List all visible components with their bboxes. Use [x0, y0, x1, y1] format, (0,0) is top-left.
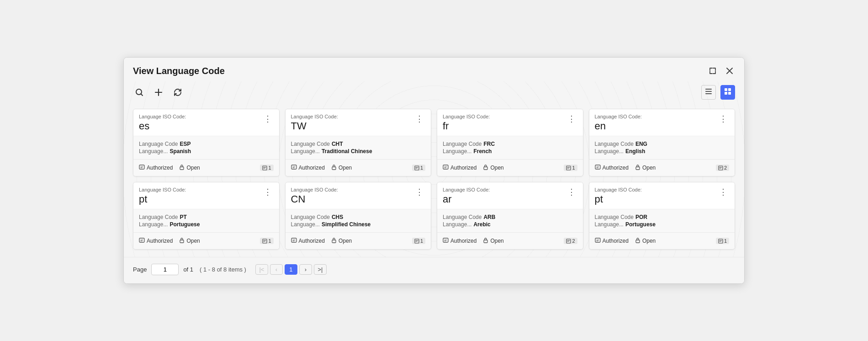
more-button-0[interactable]: ⋮	[262, 114, 274, 124]
more-button-7[interactable]: ⋮	[717, 187, 729, 197]
open-button-5[interactable]: Open	[331, 236, 355, 245]
lock-icon-5	[331, 237, 337, 245]
more-button-4[interactable]: ⋮	[262, 187, 274, 197]
open-button-3[interactable]: Open	[635, 163, 659, 172]
open-button-6[interactable]: Open	[483, 236, 507, 245]
prev-page-button[interactable]: ‹	[270, 264, 283, 275]
last-page-button[interactable]: >|	[314, 264, 327, 275]
card-header-left-7: Language ISO Code: pt	[595, 187, 642, 205]
page-1-button[interactable]: 1	[285, 264, 297, 275]
card-name-label-3: Language...	[595, 148, 624, 155]
page-label: Page	[133, 266, 147, 273]
grid-view-button[interactable]	[720, 85, 735, 100]
lock-icon-7	[635, 237, 640, 245]
card-name-value-5: Simplified Chinese	[322, 221, 370, 228]
open-button-4[interactable]: Open	[179, 236, 203, 245]
lock-icon-0	[179, 164, 185, 171]
card-field-code-5: Language Code CHS	[291, 214, 426, 220]
expand-button[interactable]	[707, 65, 719, 77]
search-button[interactable]	[133, 86, 146, 99]
svg-rect-7	[728, 92, 731, 95]
authorized-icon-2	[443, 164, 449, 171]
refresh-button[interactable]	[171, 86, 184, 99]
iso-code-1: TW	[291, 120, 338, 132]
more-button-6[interactable]: ⋮	[566, 187, 577, 197]
card-field-name-1: Language... Traditional Chinese	[291, 148, 426, 155]
badge-7: 1	[716, 238, 729, 244]
card-actions-0: Authorized Open 1	[133, 159, 279, 176]
more-button-2[interactable]: ⋮	[566, 114, 577, 124]
iso-label-7: Language ISO Code:	[595, 187, 642, 192]
iso-label-0: Language ISO Code:	[139, 114, 186, 119]
card-code-label-6: Language Code	[443, 214, 482, 220]
open-button-1[interactable]: Open	[331, 163, 355, 172]
card-field-name-2: Language... French	[443, 148, 577, 155]
more-button-1[interactable]: ⋮	[413, 114, 425, 124]
open-button-2[interactable]: Open	[483, 163, 507, 172]
svg-rect-2	[705, 91, 712, 92]
authorized-button-4[interactable]: Authorized	[139, 236, 176, 245]
card-1: Language ISO Code: TW ⋮ Language Code CH…	[285, 109, 432, 176]
badge-3: 2	[716, 165, 729, 171]
card-actions-3: Authorized Open 2	[589, 159, 735, 176]
card-body-6: Language Code ARB Language... Arebic	[437, 209, 583, 232]
authorized-button-0[interactable]: Authorized	[139, 163, 176, 172]
card-field-name-0: Language... Spanish	[139, 148, 274, 155]
card-name-value-2: French	[473, 148, 492, 155]
next-page-button[interactable]: ›	[299, 264, 312, 275]
card-header-left-0: Language ISO Code: es	[139, 114, 186, 132]
authorized-button-3[interactable]: Authorized	[595, 163, 632, 172]
card-header-4: Language ISO Code: pt ⋮	[133, 182, 279, 209]
card-header-3: Language ISO Code: en ⋮	[589, 109, 735, 136]
list-view-button[interactable]	[701, 85, 716, 100]
authorized-button-2[interactable]: Authorized	[443, 163, 480, 172]
toolbar-left	[133, 86, 184, 99]
card-body-2: Language Code FRC Language... French	[437, 136, 583, 159]
card-header-left-5: Language ISO Code: CN	[291, 187, 338, 205]
card-actions-6: Authorized Open 2	[437, 232, 583, 249]
card-code-value-0: ESP	[180, 141, 191, 147]
more-button-3[interactable]: ⋮	[717, 114, 729, 124]
card-field-code-0: Language Code ESP	[139, 141, 274, 147]
card-2: Language ISO Code: fr ⋮ Language Code FR…	[437, 109, 583, 176]
authorized-icon-1	[291, 164, 297, 171]
card-code-label-1: Language Code	[291, 141, 330, 147]
iso-label-4: Language ISO Code:	[139, 187, 186, 192]
svg-rect-4	[725, 88, 727, 91]
card-field-name-3: Language... English	[595, 148, 730, 155]
more-button-5[interactable]: ⋮	[413, 187, 425, 197]
iso-label-3: Language ISO Code:	[595, 114, 642, 119]
card-field-code-3: Language Code ENG	[595, 141, 730, 147]
open-button-0[interactable]: Open	[179, 163, 203, 172]
add-button[interactable]	[152, 86, 165, 99]
authorized-icon-7	[595, 237, 601, 245]
card-body-3: Language Code ENG Language... English	[589, 136, 735, 159]
card-code-label-7: Language Code	[595, 214, 634, 220]
card-header-left-2: Language ISO Code: fr	[443, 114, 490, 132]
authorized-button-7[interactable]: Authorized	[595, 236, 632, 245]
card-field-code-1: Language Code CHT	[291, 141, 426, 147]
close-button[interactable]	[724, 65, 735, 76]
first-page-button[interactable]: |<	[255, 264, 268, 275]
card-code-label-0: Language Code	[139, 141, 178, 147]
svg-rect-18	[636, 167, 640, 170]
card-name-value-3: English	[625, 148, 645, 155]
card-body-4: Language Code PT Language... Portuguese	[133, 209, 279, 232]
iso-code-2: fr	[443, 120, 490, 132]
open-button-7[interactable]: Open	[635, 236, 659, 245]
toolbar-right	[701, 85, 735, 100]
iso-code-5: CN	[291, 193, 338, 205]
iso-label-1: Language ISO Code:	[291, 114, 338, 119]
page-input[interactable]	[151, 264, 179, 275]
badge-4: 1	[260, 238, 273, 244]
card-header-left-6: Language ISO Code: ar	[443, 187, 490, 205]
lock-icon-4	[179, 237, 185, 245]
card-field-name-6: Language... Arebic	[443, 221, 577, 228]
authorized-button-6[interactable]: Authorized	[443, 236, 480, 245]
authorized-button-1[interactable]: Authorized	[291, 163, 328, 172]
authorized-button-5[interactable]: Authorized	[291, 236, 328, 245]
card-field-code-6: Language Code ARB	[443, 214, 577, 220]
page-info: ( 1 - 8 of 8 items )	[200, 266, 246, 273]
iso-code-4: pt	[139, 193, 186, 205]
card-field-code-2: Language Code FRC	[443, 141, 577, 147]
